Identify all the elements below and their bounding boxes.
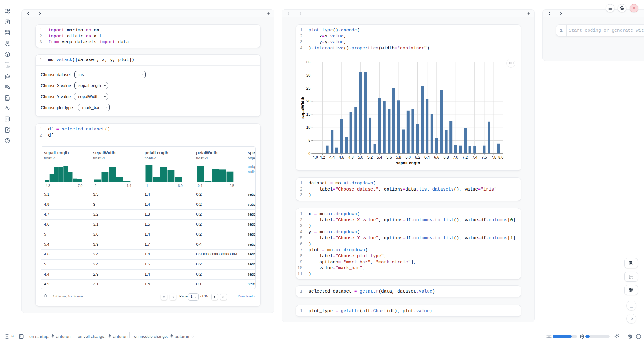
svg-text:7.2: 7.2 [463,155,468,159]
svg-text:5.8: 5.8 [396,155,401,159]
svg-text:7.4: 7.4 [472,155,477,159]
svg-text:6.6: 6.6 [434,155,439,159]
svg-text:6.8: 6.8 [443,155,449,159]
svg-text:35: 35 [306,60,310,64]
svg-text:5: 5 [308,138,310,143]
svg-text:5.0: 5.0 [358,155,363,159]
svg-text:7.6: 7.6 [481,155,487,159]
svg-text:6.2: 6.2 [415,155,420,159]
svg-text:6.4: 6.4 [424,155,430,159]
svg-text:25: 25 [306,86,310,91]
svg-text:7.0: 7.0 [453,155,458,159]
svg-text:4.0: 4.0 [313,155,318,159]
svg-text:4.4: 4.4 [329,155,335,159]
svg-text:6.0: 6.0 [406,155,411,159]
svg-text:5.6: 5.6 [386,155,392,159]
svg-text:sepalLength: sepalLength [396,161,420,165]
svg-text:4.2: 4.2 [320,155,325,159]
svg-text:5.4: 5.4 [377,155,382,159]
svg-text:sepalWidth: sepalWidth [300,97,305,119]
svg-text:10: 10 [306,125,310,130]
svg-text:20: 20 [306,99,310,103]
svg-text:7.8: 7.8 [491,155,496,159]
svg-text:4.6: 4.6 [339,155,344,159]
svg-text:4.8: 4.8 [348,155,353,159]
svg-text:8.0: 8.0 [498,155,503,159]
svg-text:5.2: 5.2 [367,155,373,159]
svg-text:15: 15 [306,112,310,116]
svg-text:0: 0 [308,151,310,156]
svg-text:30: 30 [306,73,310,77]
